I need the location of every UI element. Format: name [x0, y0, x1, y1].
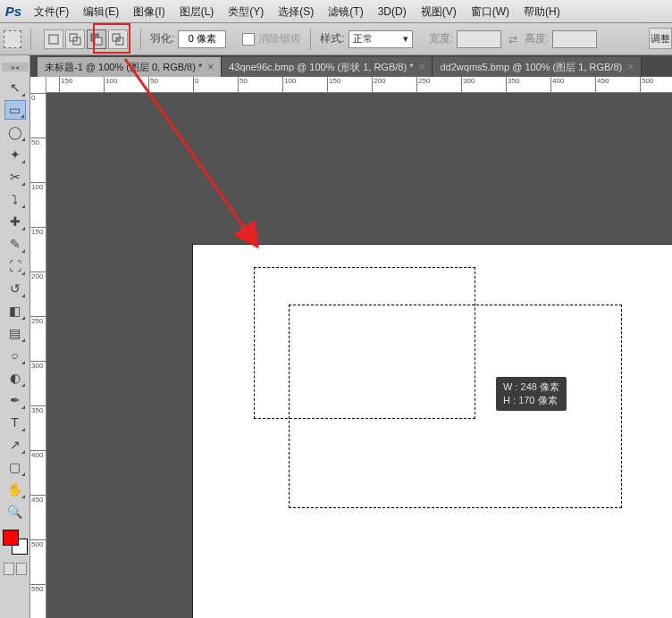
- canvas-stage[interactable]: W : 248 像素 H : 170 像素: [46, 93, 672, 618]
- gradient-icon: ▤: [9, 326, 21, 340]
- standard-mode-button[interactable]: [4, 563, 14, 575]
- selection-intersect-button[interactable]: [108, 29, 128, 49]
- shape-tool[interactable]: ▢: [4, 457, 26, 477]
- menu-edit[interactable]: 编辑(E): [76, 0, 126, 23]
- crop-tool[interactable]: ✂: [4, 167, 26, 187]
- refine-edge-button[interactable]: 调整: [649, 28, 672, 49]
- chevron-down-icon: ▾: [403, 33, 408, 45]
- marquee-tool[interactable]: ▭: [4, 100, 26, 120]
- close-icon[interactable]: ×: [627, 61, 634, 73]
- wand-icon: ✦: [10, 147, 21, 162]
- antialias-checkbox[interactable]: [242, 33, 255, 46]
- separator: [310, 29, 311, 50]
- ruler-tick: 200: [372, 77, 385, 93]
- menu-view[interactable]: 视图(V): [414, 0, 464, 23]
- selection-marquee: [289, 305, 622, 508]
- zoom-tool[interactable]: 🔍: [4, 502, 26, 522]
- shape-icon: ▢: [9, 460, 21, 474]
- path-select-tool[interactable]: ↗: [4, 435, 26, 455]
- blur-icon: ○: [11, 348, 18, 363]
- ruler-tick: 100: [282, 77, 296, 93]
- feather-label: 羽化:: [150, 31, 174, 46]
- ruler-tick: 50: [30, 138, 46, 146]
- ruler-tick: 100: [104, 77, 117, 93]
- close-icon[interactable]: ×: [207, 61, 214, 73]
- width-input: [457, 30, 501, 48]
- menu-type[interactable]: 类型(Y): [221, 0, 271, 23]
- height-input: [552, 30, 597, 48]
- lasso-tool[interactable]: ◯: [4, 122, 26, 142]
- eraser-tool[interactable]: ◧: [4, 301, 26, 321]
- blur-tool[interactable]: ○: [4, 346, 26, 365]
- dodge-tool[interactable]: ◐: [4, 368, 26, 388]
- options-bar: 羽化: 消除锯齿 样式: 正常 ▾ 宽度: ⇄ 高度: 调整: [0, 23, 672, 55]
- eraser-icon: ◧: [9, 304, 21, 318]
- ruler-tick: 500: [30, 539, 46, 548]
- selection-new-button[interactable]: [44, 29, 63, 49]
- history-brush-tool[interactable]: ↺: [4, 279, 26, 298]
- antialias-label: 消除锯齿: [258, 31, 301, 46]
- document-tab[interactable]: 未标题-1 @ 100% (图层 0, RGB/8) * ×: [38, 57, 222, 77]
- ruler-tick: 0: [193, 77, 198, 93]
- wand-tool[interactable]: ✦: [4, 145, 26, 164]
- close-icon[interactable]: ×: [418, 61, 424, 73]
- ruler-tick: 250: [30, 316, 46, 325]
- tools-panel: ▸◂ ↖ ▭ ◯ ✦ ✂ ⤵ ✚ ✎ ⛶ ↺ ◧ ▤ ○ ◐ ✒ T ↗ ▢ ✋…: [0, 55, 30, 618]
- brush-tool[interactable]: ✎: [4, 234, 26, 254]
- pen-tool[interactable]: ✒: [4, 390, 26, 410]
- history-icon: ↺: [10, 281, 21, 296]
- hand-tool[interactable]: ✋: [4, 480, 26, 499]
- heal-tool[interactable]: ✚: [4, 212, 26, 231]
- menu-layer[interactable]: 图层(L): [172, 0, 222, 23]
- separator: [30, 29, 31, 50]
- panel-collapse-button[interactable]: ▸◂: [2, 63, 29, 71]
- menu-help[interactable]: 帮助(H): [517, 0, 567, 23]
- tooltip-h-value: 170 像素: [518, 395, 557, 405]
- ruler-tick: 200: [30, 271, 46, 280]
- menu-3d[interactable]: 3D(D): [371, 0, 414, 23]
- ruler-tick: 0: [30, 93, 46, 102]
- separator: [140, 29, 141, 50]
- type-tool[interactable]: T: [4, 413, 26, 432]
- ruler-tick: 450: [30, 495, 46, 504]
- app-logo: Ps: [0, 0, 27, 23]
- feather-input[interactable]: [178, 30, 226, 48]
- menu-file[interactable]: 文件(F): [27, 0, 76, 23]
- path-icon: ↗: [10, 438, 21, 452]
- tooltip-h-label: H :: [503, 395, 516, 405]
- ruler-tick: 50: [148, 77, 158, 93]
- menu-select[interactable]: 选择(S): [271, 0, 321, 23]
- style-select[interactable]: 正常 ▾: [349, 30, 413, 48]
- tooltip-w-label: W :: [503, 381, 518, 392]
- ruler-tick: 100: [30, 182, 46, 191]
- menu-filter[interactable]: 滤镜(T): [321, 0, 370, 23]
- menu-window[interactable]: 窗口(W): [464, 0, 517, 23]
- type-icon: T: [11, 415, 19, 430]
- eyedropper-tool[interactable]: ⤵: [4, 189, 26, 209]
- move-icon: ↖: [10, 80, 21, 95]
- ruler-tick: 500: [640, 77, 653, 93]
- document-tab[interactable]: dd2wqms5.bmp @ 100% (图层 1, RGB/8) ×: [433, 57, 642, 77]
- marquee-icon: ▭: [9, 103, 21, 117]
- document-tab[interactable]: 43qne96c.bmp @ 100% (形状 1, RGB/8) * ×: [222, 57, 433, 77]
- dodge-icon: ◐: [10, 371, 21, 385]
- quickmask-mode-button[interactable]: [16, 563, 27, 575]
- move-tool[interactable]: ↖: [4, 78, 26, 97]
- selection-subtract-button[interactable]: [87, 29, 106, 49]
- menu-image[interactable]: 图像(I): [126, 0, 172, 23]
- ruler-tick: 400: [550, 77, 564, 93]
- style-value: 正常: [353, 32, 373, 46]
- eyedropper-icon: ⤵: [12, 192, 18, 206]
- color-swatches[interactable]: [3, 530, 28, 555]
- gradient-tool[interactable]: ▤: [4, 323, 26, 343]
- horizontal-ruler[interactable]: 2001501005005010015020025030035040045050…: [46, 77, 672, 93]
- stamp-tool[interactable]: ⛶: [4, 256, 26, 276]
- current-tool-icon[interactable]: [4, 30, 21, 48]
- heal-icon: ✚: [10, 214, 21, 229]
- selection-mode-group: [44, 29, 128, 49]
- ruler-tick: 150: [30, 227, 46, 236]
- swap-icon[interactable]: ⇄: [508, 33, 517, 46]
- selection-add-button[interactable]: [65, 29, 85, 49]
- foreground-color-swatch[interactable]: [3, 530, 19, 546]
- vertical-ruler[interactable]: 050100150200250300350400450500550: [30, 77, 46, 618]
